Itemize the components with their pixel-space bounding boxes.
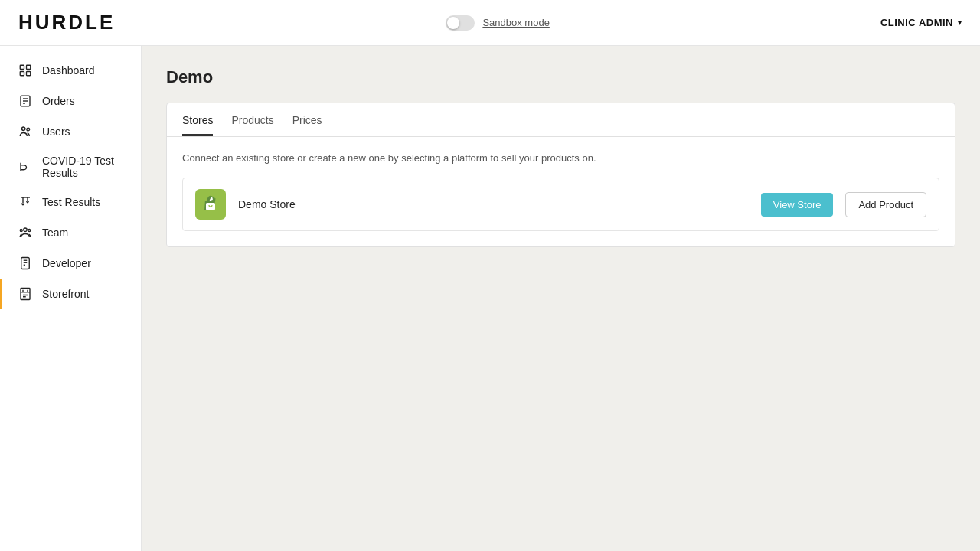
- add-product-button[interactable]: Add Product: [845, 192, 926, 217]
- svg-point-9: [27, 128, 30, 131]
- covid19-icon: [18, 159, 33, 174]
- test-results-icon: [18, 194, 33, 210]
- sidebar-label-team: Team: [42, 227, 68, 239]
- svg-point-15: [28, 230, 31, 232]
- sidebar-item-developer[interactable]: Developer: [0, 248, 141, 279]
- svg-point-8: [22, 127, 26, 131]
- svg-rect-17: [21, 258, 30, 269]
- tab-stores[interactable]: Stores: [182, 103, 213, 136]
- svg-point-16: [20, 230, 22, 232]
- storefront-icon: [18, 286, 33, 302]
- sidebar-item-test-results[interactable]: Test Results: [0, 187, 141, 217]
- sidebar-label-orders: Orders: [42, 95, 75, 107]
- svg-rect-1: [27, 65, 31, 69]
- tab-prices[interactable]: Prices: [292, 103, 322, 136]
- description-text: Connect an existing store or create a ne…: [182, 152, 939, 164]
- developer-icon: [18, 256, 33, 271]
- team-icon: [18, 225, 33, 240]
- header: HURDLE Sandbox mode CLINIC ADMIN ▾: [0, 0, 980, 46]
- orders-icon: [18, 93, 33, 109]
- svg-rect-3: [27, 72, 31, 76]
- sidebar-label-covid19: COVID-19 Test Results: [42, 155, 126, 179]
- sandbox-toggle-knob: [447, 17, 459, 29]
- sidebar-label-users: Users: [42, 126, 70, 138]
- sandbox-toggle[interactable]: [446, 15, 475, 31]
- svg-point-14: [24, 228, 28, 232]
- svg-rect-21: [21, 289, 30, 300]
- sidebar-item-team[interactable]: Team: [0, 217, 141, 248]
- users-icon: [18, 124, 33, 139]
- store-row: Demo Store View Store Add Product: [182, 178, 939, 231]
- header-center: Sandbox mode: [446, 15, 549, 31]
- layout: Dashboard Orders Users: [0, 46, 980, 551]
- sidebar-label-developer: Developer: [42, 257, 91, 269]
- logo: HURDLE: [18, 11, 115, 34]
- tab-products[interactable]: Products: [231, 103, 273, 136]
- sidebar-label-dashboard: Dashboard: [42, 64, 95, 77]
- admin-label: CLINIC ADMIN: [880, 17, 953, 28]
- shopify-icon: [195, 189, 226, 220]
- sidebar-item-storefront[interactable]: Storefront: [0, 279, 141, 309]
- sandbox-label[interactable]: Sandbox mode: [482, 17, 549, 28]
- dashboard-icon: [18, 63, 33, 78]
- sidebar-item-covid19[interactable]: COVID-19 Test Results: [0, 147, 141, 187]
- sidebar: Dashboard Orders Users: [0, 46, 142, 551]
- sidebar-label-test-results: Test Results: [42, 196, 100, 208]
- page-title: Demo: [166, 67, 956, 87]
- view-store-button[interactable]: View Store: [761, 193, 834, 217]
- main-content: Demo Stores Products Prices Connect an e…: [142, 46, 980, 551]
- sidebar-item-users[interactable]: Users: [0, 116, 141, 147]
- tab-bar: Stores Products Prices: [167, 103, 955, 137]
- admin-menu[interactable]: CLINIC ADMIN ▾: [880, 17, 962, 28]
- store-name: Demo Store: [238, 198, 749, 210]
- sidebar-item-orders[interactable]: Orders: [0, 86, 141, 116]
- chevron-down-icon: ▾: [958, 18, 962, 27]
- sidebar-label-storefront: Storefront: [42, 288, 89, 300]
- sidebar-item-dashboard[interactable]: Dashboard: [0, 55, 141, 86]
- main-card: Stores Products Prices Connect an existi…: [166, 103, 956, 247]
- svg-rect-2: [20, 72, 24, 76]
- svg-rect-0: [20, 65, 24, 69]
- card-body: Connect an existing store or create a ne…: [167, 137, 955, 246]
